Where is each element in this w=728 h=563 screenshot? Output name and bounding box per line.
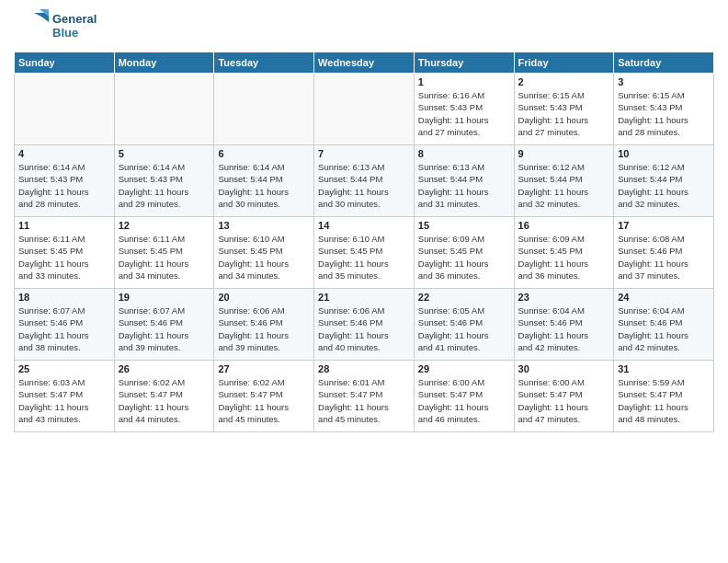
calendar-cell: 13Sunrise: 6:10 AM Sunset: 5:45 PM Dayli… <box>214 217 314 289</box>
day-info: Sunrise: 6:12 AM Sunset: 5:44 PM Dayligh… <box>518 161 610 210</box>
calendar-cell: 10Sunrise: 6:12 AM Sunset: 5:44 PM Dayli… <box>614 145 714 217</box>
day-number: 2 <box>518 76 610 87</box>
day-header-friday: Friday <box>514 52 614 74</box>
day-info: Sunrise: 6:11 AM Sunset: 5:45 PM Dayligh… <box>18 233 110 282</box>
day-header-saturday: Saturday <box>614 52 714 74</box>
calendar-cell: 5Sunrise: 6:14 AM Sunset: 5:43 PM Daylig… <box>114 145 214 217</box>
day-number: 3 <box>618 76 710 87</box>
day-number: 31 <box>618 363 710 374</box>
calendar-cell: 15Sunrise: 6:09 AM Sunset: 5:45 PM Dayli… <box>414 217 514 289</box>
day-number: 29 <box>418 363 510 374</box>
day-info: Sunrise: 6:12 AM Sunset: 5:44 PM Dayligh… <box>618 161 710 210</box>
calendar-cell: 11Sunrise: 6:11 AM Sunset: 5:45 PM Dayli… <box>15 217 115 289</box>
calendar-table: SundayMondayTuesdayWednesdayThursdayFrid… <box>14 52 714 432</box>
day-number: 8 <box>418 148 510 159</box>
calendar-cell: 27Sunrise: 6:02 AM Sunset: 5:47 PM Dayli… <box>214 361 314 432</box>
day-info: Sunrise: 6:10 AM Sunset: 5:45 PM Dayligh… <box>318 233 410 282</box>
day-number: 10 <box>618 148 710 159</box>
page-header: General Blue <box>14 9 714 44</box>
logo: General Blue <box>14 9 97 44</box>
calendar-cell: 23Sunrise: 6:04 AM Sunset: 5:46 PM Dayli… <box>514 289 614 361</box>
day-info: Sunrise: 6:14 AM Sunset: 5:43 PM Dayligh… <box>18 161 110 210</box>
calendar-cell: 20Sunrise: 6:06 AM Sunset: 5:46 PM Dayli… <box>214 289 314 361</box>
calendar-cell: 17Sunrise: 6:08 AM Sunset: 5:46 PM Dayli… <box>614 217 714 289</box>
day-info: Sunrise: 6:15 AM Sunset: 5:43 PM Dayligh… <box>518 89 610 138</box>
day-info: Sunrise: 6:02 AM Sunset: 5:47 PM Dayligh… <box>218 376 310 425</box>
day-number: 4 <box>18 148 110 159</box>
calendar-cell: 14Sunrise: 6:10 AM Sunset: 5:45 PM Dayli… <box>314 217 415 289</box>
day-number: 22 <box>418 292 510 303</box>
day-info: Sunrise: 6:07 AM Sunset: 5:46 PM Dayligh… <box>18 304 110 353</box>
day-number: 15 <box>418 220 510 231</box>
calendar-cell: 4Sunrise: 6:14 AM Sunset: 5:43 PM Daylig… <box>15 145 115 217</box>
day-info: Sunrise: 6:13 AM Sunset: 5:44 PM Dayligh… <box>418 161 510 210</box>
day-number: 17 <box>618 220 710 231</box>
day-number: 14 <box>318 220 410 231</box>
calendar-week-4: 18Sunrise: 6:07 AM Sunset: 5:46 PM Dayli… <box>15 289 714 361</box>
calendar-cell: 16Sunrise: 6:09 AM Sunset: 5:45 PM Dayli… <box>514 217 614 289</box>
calendar-cell: 28Sunrise: 6:01 AM Sunset: 5:47 PM Dayli… <box>314 361 415 432</box>
day-info: Sunrise: 6:07 AM Sunset: 5:46 PM Dayligh… <box>119 304 210 353</box>
day-header-sunday: Sunday <box>15 52 115 74</box>
calendar-cell: 12Sunrise: 6:11 AM Sunset: 5:45 PM Dayli… <box>114 217 214 289</box>
day-number: 23 <box>518 292 610 303</box>
page-container: General Blue SundayMondayTuesdayWednesda… <box>0 0 728 442</box>
day-info: Sunrise: 6:13 AM Sunset: 5:44 PM Dayligh… <box>318 161 410 210</box>
day-number: 30 <box>518 363 610 374</box>
day-number: 7 <box>318 148 410 159</box>
day-info: Sunrise: 6:06 AM Sunset: 5:46 PM Dayligh… <box>218 304 310 353</box>
calendar-cell: 6Sunrise: 6:14 AM Sunset: 5:44 PM Daylig… <box>214 145 314 217</box>
day-number: 28 <box>318 363 410 374</box>
calendar-week-2: 4Sunrise: 6:14 AM Sunset: 5:43 PM Daylig… <box>15 145 714 217</box>
day-info: Sunrise: 6:11 AM Sunset: 5:45 PM Dayligh… <box>119 233 210 282</box>
day-info: Sunrise: 6:10 AM Sunset: 5:45 PM Dayligh… <box>218 233 310 282</box>
calendar-cell: 31Sunrise: 5:59 AM Sunset: 5:47 PM Dayli… <box>614 361 714 432</box>
calendar-cell: 30Sunrise: 6:00 AM Sunset: 5:47 PM Dayli… <box>514 361 614 432</box>
calendar-cell: 18Sunrise: 6:07 AM Sunset: 5:46 PM Dayli… <box>15 289 115 361</box>
calendar-header-row: SundayMondayTuesdayWednesdayThursdayFrid… <box>15 52 714 74</box>
day-number: 9 <box>518 148 610 159</box>
calendar-cell: 3Sunrise: 6:15 AM Sunset: 5:43 PM Daylig… <box>614 74 714 145</box>
day-info: Sunrise: 6:15 AM Sunset: 5:43 PM Dayligh… <box>618 89 710 138</box>
day-number: 26 <box>119 363 210 374</box>
day-info: Sunrise: 6:09 AM Sunset: 5:45 PM Dayligh… <box>418 233 510 282</box>
day-info: Sunrise: 6:01 AM Sunset: 5:47 PM Dayligh… <box>318 376 410 425</box>
calendar-week-5: 25Sunrise: 6:03 AM Sunset: 5:47 PM Dayli… <box>15 361 714 432</box>
day-info: Sunrise: 6:00 AM Sunset: 5:47 PM Dayligh… <box>518 376 610 425</box>
calendar-cell: 26Sunrise: 6:02 AM Sunset: 5:47 PM Dayli… <box>114 361 214 432</box>
day-number: 11 <box>18 220 110 231</box>
day-header-tuesday: Tuesday <box>214 52 314 74</box>
day-info: Sunrise: 5:59 AM Sunset: 5:47 PM Dayligh… <box>618 376 710 425</box>
day-number: 6 <box>218 148 310 159</box>
day-number: 13 <box>218 220 310 231</box>
day-header-wednesday: Wednesday <box>314 52 415 74</box>
calendar-cell: 24Sunrise: 6:04 AM Sunset: 5:46 PM Dayli… <box>614 289 714 361</box>
calendar-cell: 19Sunrise: 6:07 AM Sunset: 5:46 PM Dayli… <box>114 289 214 361</box>
calendar-cell: 21Sunrise: 6:06 AM Sunset: 5:46 PM Dayli… <box>314 289 415 361</box>
calendar-cell: 29Sunrise: 6:00 AM Sunset: 5:47 PM Dayli… <box>414 361 514 432</box>
calendar-cell <box>314 74 415 145</box>
calendar-cell <box>114 74 214 145</box>
calendar-cell: 1Sunrise: 6:16 AM Sunset: 5:43 PM Daylig… <box>414 74 514 145</box>
day-header-monday: Monday <box>114 52 214 74</box>
day-info: Sunrise: 6:03 AM Sunset: 5:47 PM Dayligh… <box>18 376 110 425</box>
calendar-cell: 2Sunrise: 6:15 AM Sunset: 5:43 PM Daylig… <box>514 74 614 145</box>
day-number: 25 <box>18 363 110 374</box>
day-info: Sunrise: 6:00 AM Sunset: 5:47 PM Dayligh… <box>418 376 510 425</box>
day-number: 19 <box>119 292 210 303</box>
day-info: Sunrise: 6:08 AM Sunset: 5:46 PM Dayligh… <box>618 233 710 282</box>
day-number: 1 <box>418 76 510 87</box>
day-info: Sunrise: 6:09 AM Sunset: 5:45 PM Dayligh… <box>518 233 610 282</box>
day-number: 24 <box>618 292 710 303</box>
day-number: 27 <box>218 363 310 374</box>
day-info: Sunrise: 6:05 AM Sunset: 5:46 PM Dayligh… <box>418 304 510 353</box>
day-info: Sunrise: 6:16 AM Sunset: 5:43 PM Dayligh… <box>418 89 510 138</box>
calendar-cell <box>15 74 115 145</box>
day-number: 18 <box>18 292 110 303</box>
day-info: Sunrise: 6:04 AM Sunset: 5:46 PM Dayligh… <box>518 304 610 353</box>
day-number: 16 <box>518 220 610 231</box>
day-number: 5 <box>119 148 210 159</box>
day-info: Sunrise: 6:02 AM Sunset: 5:47 PM Dayligh… <box>119 376 210 425</box>
day-number: 12 <box>119 220 210 231</box>
calendar-cell: 9Sunrise: 6:12 AM Sunset: 5:44 PM Daylig… <box>514 145 614 217</box>
